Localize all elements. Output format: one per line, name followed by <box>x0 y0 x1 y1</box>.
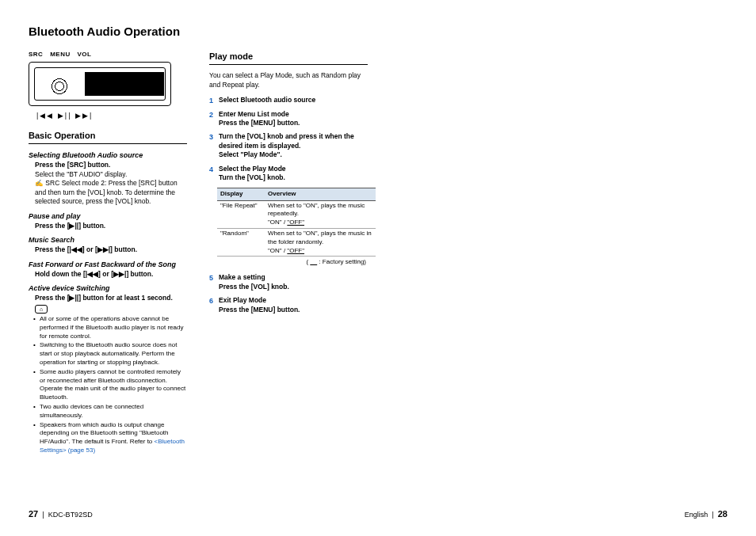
steps-list-2: 5 Make a setting Press the [VOL] knob. 6… <box>209 273 368 314</box>
step-4: 4 Select the Play Mode Turn the [VOL] kn… <box>209 165 368 183</box>
td-opts: "ON" / "OFF" <box>268 247 372 256</box>
step-body: Select "Play Mode". <box>219 150 368 159</box>
op-select-source: Selecting Bluetooth Audio source Press t… <box>29 150 187 206</box>
factory-setting-note: ( : Factory setting) <box>209 258 368 267</box>
note-icon: ⌂ <box>35 305 48 314</box>
step-5: 5 Make a setting Press the [VOL] knob. <box>209 273 368 291</box>
label-vol: VOL <box>77 51 91 58</box>
step-title: Enter Menu List mode <box>219 110 368 119</box>
step-number: 3 <box>209 132 213 142</box>
step-1: 1 Select Bluetooth audio source <box>209 96 368 105</box>
label-src: SRC <box>29 51 43 58</box>
td-opts: "ON" / "OFF" <box>268 219 372 227</box>
op-bold: Press the [▶||] button for at least 1 se… <box>29 294 187 302</box>
op-title: Music Search <box>29 235 187 245</box>
page-number-right: 28 <box>718 509 727 519</box>
step-title: Select Bluetooth audio source <box>219 96 368 105</box>
note-item: Speakers from which audio is output chan… <box>40 421 187 455</box>
note-item: Some audio players cannot be controlled … <box>40 368 187 402</box>
note-item: Switching to the Bluetooth audio source … <box>40 341 187 367</box>
label-menu: MENU <box>50 51 71 58</box>
page-number-left: 27 <box>29 509 38 519</box>
transport-icons: |◀◀ ▶|| ▶▶| <box>36 111 187 120</box>
td-desc: When set to "ON", plays the music repeat… <box>268 202 372 219</box>
factory-label: : Factory setting) <box>319 258 366 265</box>
left-column: SRC MENU VOL |◀◀ ▶|| ▶▶| Basic Operation… <box>29 51 187 455</box>
step-body: Press the [MENU] button. <box>219 119 368 127</box>
op-note: ✍ SRC Select mode 2: Press the [SRC] but… <box>29 179 187 206</box>
notes-list: All or some of the operations above cann… <box>29 315 187 455</box>
th-overview: Overview <box>265 188 376 200</box>
step-title: Exit Play Mode <box>219 296 368 305</box>
step-body: Turn the [VOL] knob. <box>219 173 368 182</box>
play-mode-table: Display Overview "File Repeat" When set … <box>217 188 376 257</box>
op-title: Pause and play <box>29 211 187 221</box>
op-pause-play: Pause and play Press the [▶||] button. <box>29 211 187 231</box>
op-body: Select the "BT AUDIO" display. <box>29 170 187 179</box>
step-number: 1 <box>209 96 213 105</box>
op-bold: Press the [SRC] button. <box>29 161 187 169</box>
footer-left: 27 | KDC-BT92SD <box>29 508 93 520</box>
op-music-search: Music Search Press the [|◀◀] or [▶▶|] bu… <box>29 235 187 255</box>
th-display: Display <box>217 188 265 200</box>
step-3: 3 Turn the [VOL] knob and press it when … <box>209 132 368 159</box>
op-bold: Press the [|◀◀] or [▶▶|] button. <box>29 245 187 254</box>
op-device-switch: Active device Switching Press the [▶||] … <box>29 283 187 303</box>
table-row: "File Repeat" When set to "ON", plays th… <box>217 200 376 228</box>
page-title: Bluetooth Audio Operation <box>29 24 727 40</box>
td-overview: When set to "ON", plays the music repeat… <box>265 200 376 228</box>
td-display: "File Repeat" <box>217 200 265 228</box>
table-row: "Random" When set to "ON", plays the mus… <box>217 228 376 256</box>
op-title: Fast Forward or Fast Backward of the Son… <box>29 260 187 269</box>
footer-lang: English <box>685 511 708 519</box>
step-number: 5 <box>209 273 213 283</box>
model-name: KDC-BT92SD <box>48 511 93 519</box>
td-display: "Random" <box>217 228 265 256</box>
step-title: Select the Play Mode <box>219 165 368 173</box>
step-6: 6 Exit Play Mode Press the [MENU] button… <box>209 296 368 314</box>
op-title: Selecting Bluetooth Audio source <box>29 150 187 160</box>
note-text: Speakers from which audio is output chan… <box>40 421 169 446</box>
right-column: Play mode You can select a Play Mode, su… <box>209 51 368 455</box>
op-title: Active device Switching <box>29 283 187 293</box>
step-number: 6 <box>209 296 213 306</box>
step-number: 2 <box>209 110 213 120</box>
op-bold: Hold down the [|◀◀] or [▶▶|] button. <box>29 270 187 279</box>
op-bold: Press the [▶||] button. <box>29 222 187 230</box>
basic-operation-heading: Basic Operation <box>29 130 187 144</box>
step-body: Press the [VOL] knob. <box>219 283 368 291</box>
play-mode-intro: You can select a Play Mode, such as Rand… <box>209 71 368 89</box>
device-diagram <box>29 62 171 106</box>
step-number: 4 <box>209 165 213 174</box>
step-title: Turn the [VOL] knob and press it when th… <box>219 132 368 150</box>
steps-list: 1 Select Bluetooth audio source 2 Enter … <box>209 96 368 183</box>
footer-right: English | 28 <box>685 508 727 520</box>
step-2: 2 Enter Menu List mode Press the [MENU] … <box>209 110 368 128</box>
op-fast-fwd: Fast Forward or Fast Backward of the Son… <box>29 260 187 279</box>
footer-sep: | <box>42 511 44 519</box>
td-overview: When set to "ON", plays the music in the… <box>265 228 376 256</box>
diagram-labels: SRC MENU VOL <box>29 51 187 59</box>
footer-sep: | <box>712 511 713 519</box>
td-desc: When set to "ON", plays the music in the… <box>268 230 372 247</box>
play-mode-heading: Play mode <box>209 51 368 65</box>
step-body: Press the [MENU] button. <box>219 306 368 314</box>
step-title: Make a setting <box>219 273 368 282</box>
note-item: All or some of the operations above cann… <box>40 315 187 340</box>
note-item: Two audio devices can be connected simul… <box>40 403 187 420</box>
